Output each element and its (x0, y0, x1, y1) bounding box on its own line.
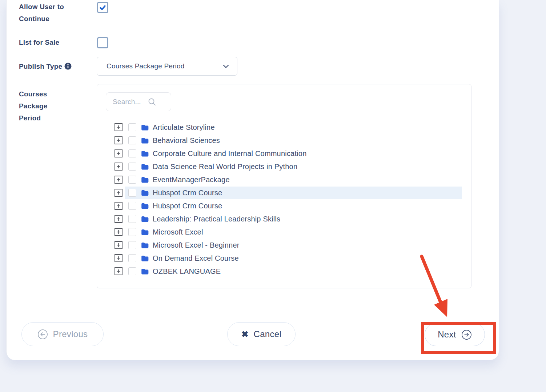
expand-plus-icon[interactable] (115, 149, 123, 157)
tree-item-label: Data Science Real World Projects in Pyth… (153, 163, 297, 171)
allow-user-to-continue-checkbox[interactable] (97, 2, 108, 13)
tree-item-checkbox[interactable] (128, 215, 136, 223)
tree-row[interactable]: Hubspot Crm Course (97, 199, 471, 212)
publish-type-selected-value: Courses Package Period (107, 62, 185, 70)
expand-plus-icon[interactable] (115, 215, 123, 223)
courses-package-period-label: Courses Package Period (19, 88, 59, 124)
courses-tree-panel: Articulate Storyline Behavioral Sciences… (97, 84, 471, 288)
tree-row[interactable]: Behavioral Sciences (97, 134, 471, 147)
expand-plus-icon[interactable] (115, 163, 123, 171)
page: Allow User to Continue List for Sale Pub… (0, 0, 546, 392)
next-button-label: Next (438, 329, 456, 340)
previous-button-label: Previous (53, 329, 88, 339)
tree-row[interactable]: Data Science Real World Projects in Pyth… (97, 160, 471, 173)
cancel-button-label: Cancel (254, 329, 282, 339)
check-icon (99, 4, 107, 11)
folder-icon (141, 150, 149, 157)
expand-plus-icon[interactable] (115, 202, 123, 210)
publish-type-select[interactable]: Courses Package Period (97, 57, 237, 76)
folder-icon (141, 229, 149, 235)
arrow-left-circle-icon (37, 329, 48, 340)
chevron-down-icon (223, 64, 229, 68)
folder-icon (141, 242, 149, 248)
tree-row[interactable]: Leadership: Practical Leadership Skills (97, 212, 471, 225)
folder-icon (141, 176, 149, 183)
folder-icon (141, 163, 149, 170)
arrow-right-circle-icon (461, 329, 472, 340)
search-input[interactable] (106, 92, 171, 111)
publish-type-label: Publish Type (19, 60, 103, 72)
folder-icon (141, 255, 149, 261)
cancel-button[interactable]: ✖ Cancel (227, 322, 296, 346)
expand-plus-icon[interactable] (115, 176, 123, 184)
folder-icon (141, 124, 149, 131)
tree-rows: Articulate Storyline Behavioral Sciences… (97, 121, 471, 278)
list-for-sale-checkbox[interactable] (97, 37, 108, 48)
tree-row[interactable]: OZBEK LANGUAGE (97, 265, 471, 278)
tree-item-label: Hubspot Crm Course (153, 202, 222, 210)
expand-plus-icon[interactable] (115, 241, 123, 249)
folder-icon (141, 216, 149, 222)
tree-item-label: Leadership: Practical Leadership Skills (153, 215, 280, 223)
folder-icon (141, 203, 149, 209)
tree-row[interactable]: On Demand Excel Course (97, 252, 471, 265)
tree-item-checkbox[interactable] (128, 254, 136, 262)
tree-item-label: OZBEK LANGUAGE (153, 267, 221, 276)
tree-item-label: Behavioral Sciences (153, 136, 220, 145)
expand-plus-icon[interactable] (115, 189, 123, 197)
tree-item-label: Microsoft Excel (153, 228, 203, 236)
folder-icon (141, 268, 149, 275)
tree-row[interactable]: Hubspot Crm Course (97, 186, 471, 199)
tree-item-checkbox[interactable] (128, 163, 136, 171)
tree-item-label: Microsoft Excel - Beginner (153, 241, 240, 249)
tree-row[interactable]: Microsoft Excel (97, 225, 471, 239)
list-for-sale-label: List for Sale (19, 36, 92, 48)
tree-item-label: EventManagerPackage (153, 176, 230, 184)
tree-row[interactable]: Corporate Culture and Internal Communica… (97, 147, 471, 160)
expand-plus-icon[interactable] (115, 136, 123, 144)
next-button[interactable]: Next (425, 323, 485, 346)
tree-item-checkbox[interactable] (128, 228, 136, 236)
tree-item-checkbox[interactable] (128, 136, 136, 144)
tree-row[interactable]: Articulate Storyline (97, 121, 471, 134)
tree-item-label: Hubspot Crm Course (153, 189, 222, 197)
cancel-x-icon: ✖ (241, 330, 249, 339)
tree-item-checkbox[interactable] (128, 241, 136, 249)
info-icon (64, 63, 72, 70)
tree-item-label: On Demand Excel Course (153, 254, 239, 263)
folder-icon (141, 189, 149, 196)
footer-divider (7, 309, 499, 309)
tree-item-label: Corporate Culture and Internal Communica… (153, 149, 306, 158)
tree-item-checkbox[interactable] (128, 267, 136, 275)
expand-plus-icon[interactable] (115, 267, 123, 275)
expand-plus-icon[interactable] (115, 254, 123, 262)
tree-search (106, 92, 171, 111)
tree-row[interactable]: EventManagerPackage (97, 173, 471, 186)
tree-item-label: Articulate Storyline (153, 123, 215, 132)
tree-row[interactable]: Microsoft Excel - Beginner (97, 239, 471, 252)
folder-icon (141, 137, 149, 144)
previous-button[interactable]: Previous (21, 322, 104, 346)
allow-user-to-continue-label: Allow User to Continue (19, 1, 77, 25)
tree-item-checkbox[interactable] (128, 123, 136, 131)
tree-item-checkbox[interactable] (128, 189, 136, 197)
tree-item-checkbox[interactable] (128, 202, 136, 210)
expand-plus-icon[interactable] (115, 228, 123, 236)
tree-item-checkbox[interactable] (128, 149, 136, 157)
tree-item-checkbox[interactable] (128, 176, 136, 184)
expand-plus-icon[interactable] (115, 123, 123, 131)
form-card: Allow User to Continue List for Sale Pub… (6, 0, 499, 360)
